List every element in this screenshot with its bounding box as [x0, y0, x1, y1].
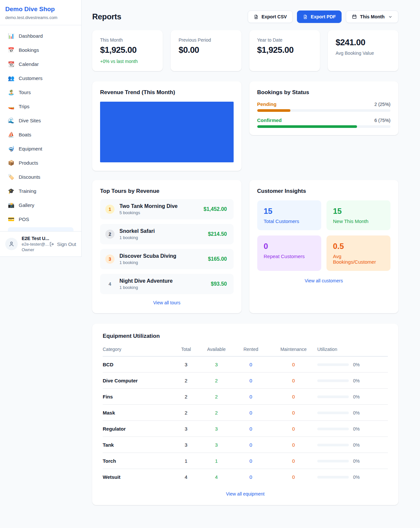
- sidebar-item-gallery[interactable]: 📸 Gallery: [4, 199, 77, 212]
- insight-value: 15: [264, 207, 315, 216]
- cell-category: Fins: [103, 394, 171, 399]
- rank-badge: 2: [105, 230, 115, 239]
- tour-revenue: $93.50: [211, 281, 227, 287]
- stat-label: Previous Period: [178, 37, 233, 43]
- sidebar-item-reports-active-partial[interactable]: [8, 227, 74, 231]
- cell-rented: 0: [232, 426, 270, 432]
- insight-tile-repeat-customers: 0 Repeat Customers: [257, 235, 321, 271]
- sidebar-item-customers[interactable]: 👥 Customers: [4, 72, 77, 85]
- column-header: Category: [103, 347, 171, 352]
- insight-tile-avg-bookings: 0.5 Avg Bookings/Customer: [326, 235, 390, 271]
- sidebar-item-label: POS: [19, 216, 29, 222]
- cell-available: 2: [201, 394, 232, 399]
- shop-subdomain: demo.test.divestreams.com: [5, 15, 76, 20]
- file-download-icon: [254, 14, 259, 19]
- cell-available: 3: [201, 442, 232, 448]
- status-label: Pending: [257, 101, 277, 107]
- sidebar-item-equipment[interactable]: 🤿 Equipment: [4, 143, 77, 155]
- insight-label: Total Customers: [264, 218, 315, 224]
- chevron-down-icon: [388, 15, 392, 19]
- export-pdf-label: Export PDF: [311, 14, 336, 19]
- stat-value: $241.00: [336, 37, 390, 48]
- status-row-pending: Pending 2 (25%): [257, 101, 391, 107]
- export-csv-button[interactable]: Export CSV: [248, 10, 293, 23]
- sidebar-item-trips[interactable]: 🚤 Trips: [4, 100, 77, 113]
- rank-badge: 1: [105, 205, 115, 214]
- stat-label: This Month: [100, 37, 155, 43]
- trips-icon: 🚤: [8, 104, 14, 110]
- rank-badge: 4: [105, 279, 115, 289]
- sidebar-item-tours[interactable]: 🏝️ Tours: [4, 86, 77, 99]
- cell-category: Dive Computer: [103, 378, 171, 383]
- cell-total: 2: [171, 378, 201, 383]
- cell-rented: 0: [232, 474, 270, 480]
- cell-category: Regulator: [103, 426, 171, 432]
- utilization-bar-track: [317, 412, 349, 414]
- utilization-bar-track: [317, 428, 349, 430]
- sidebar-item-products[interactable]: 📦 Products: [4, 157, 77, 169]
- status-bar-fill-pending: [257, 109, 291, 112]
- table-row: Dive Computer 2 2 0 0 0%: [103, 373, 388, 389]
- sidebar-user-section: E2E Test U... e2e-tester@... Owner Sign …: [0, 231, 81, 256]
- insight-label: Avg Bookings/Customer: [333, 254, 384, 265]
- cell-total: 1: [171, 458, 201, 464]
- cell-total: 4: [171, 474, 201, 480]
- status-label: Confirmed: [257, 117, 282, 123]
- sidebar-item-dive-sites[interactable]: 🌊 Dive Sites: [4, 114, 77, 127]
- cell-utilization: 0%: [317, 362, 388, 367]
- revenue-trend-title: Revenue Trend (This Month): [100, 89, 234, 96]
- status-row-confirmed: Confirmed 6 (75%): [257, 117, 391, 123]
- export-pdf-button[interactable]: Export PDF: [297, 10, 342, 23]
- cell-total: 3: [171, 362, 201, 367]
- sidebar-item-dashboard[interactable]: 📊 Dashboard: [4, 30, 77, 42]
- sign-out-button[interactable]: Sign Out: [49, 241, 76, 247]
- cell-category: BCD: [103, 362, 171, 367]
- sidebar-item-pos[interactable]: 💳 POS: [4, 213, 77, 226]
- sidebar-item-label: Tours: [19, 90, 31, 95]
- period-select[interactable]: This Month: [346, 10, 398, 23]
- cell-maintenance: 0: [270, 378, 317, 383]
- calendar-icon: 📆: [8, 61, 14, 67]
- sidebar-item-boats[interactable]: ⛵ Boats: [4, 129, 77, 141]
- utilization-bar-track: [317, 396, 349, 398]
- sidebar-item-discounts[interactable]: 🏷️ Discounts: [4, 171, 77, 183]
- cell-utilization: 0%: [317, 410, 388, 416]
- tour-revenue: $165.00: [208, 256, 227, 262]
- bookings-icon: 📅: [8, 47, 14, 53]
- stat-card-previous-period: Previous Period $0.00: [171, 30, 241, 71]
- cell-maintenance: 0: [270, 442, 317, 448]
- tour-name: Discover Scuba Diving: [119, 253, 203, 259]
- cell-maintenance: 0: [270, 410, 317, 416]
- customer-insights-title: Customer Insights: [257, 188, 391, 194]
- user-meta: E2E Test U... e2e-tester@... Owner: [22, 236, 45, 252]
- view-all-tours-link[interactable]: View all tours: [100, 300, 234, 305]
- tour-bookings: 1 booking: [119, 235, 203, 240]
- utilization-percent: 0%: [353, 475, 360, 480]
- rank-badge: 3: [105, 254, 115, 264]
- status-bar-fill-confirmed: [257, 125, 357, 128]
- insight-tile-new-this-month: 15 New This Month: [326, 200, 390, 230]
- sidebar-item-bookings[interactable]: 📅 Bookings: [4, 44, 77, 56]
- table-row: BCD 3 3 0 0 0%: [103, 356, 388, 373]
- stat-card-this-month: This Month $1,925.00 +0% vs last month: [92, 30, 163, 71]
- sidebar-item-calendar[interactable]: 📆 Calendar: [4, 58, 77, 71]
- shop-name: Demo Dive Shop: [5, 6, 76, 13]
- insight-label: Repeat Customers: [264, 254, 315, 259]
- utilization-percent: 0%: [353, 458, 360, 464]
- cell-total: 3: [171, 442, 201, 448]
- sidebar-item-label: Equipment: [19, 146, 42, 152]
- cell-utilization: 0%: [317, 442, 388, 448]
- cell-available: 3: [201, 426, 232, 432]
- view-all-equipment-link[interactable]: View all equipment: [103, 491, 388, 497]
- stat-label: Year to Date: [257, 37, 312, 43]
- sidebar-item-label: Products: [19, 160, 38, 166]
- table-row: Mask 2 2 0 0 0%: [103, 405, 388, 421]
- cell-available: 2: [201, 410, 232, 416]
- tour-bookings: 5 bookings: [119, 210, 199, 215]
- sidebar-item-training[interactable]: 🎓 Training: [4, 185, 77, 197]
- stats-row: This Month $1,925.00 +0% vs last month P…: [92, 30, 398, 71]
- top-tours-title: Top Tours by Revenue: [100, 188, 234, 194]
- stat-value: $1,925.00: [257, 45, 312, 55]
- tour-row-3: 3 Discover Scuba Diving 1 booking $165.0…: [100, 249, 234, 269]
- view-all-customers-link[interactable]: View all customers: [257, 278, 391, 283]
